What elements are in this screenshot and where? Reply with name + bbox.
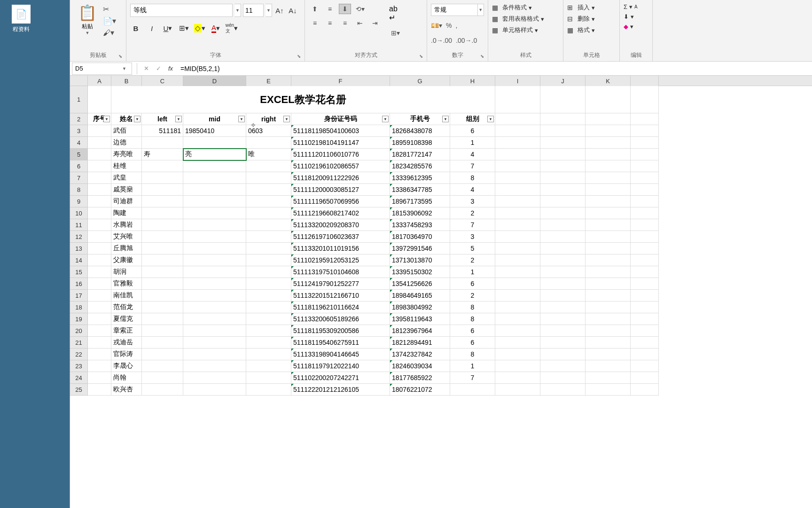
cell-B20[interactable]: 章索正 (111, 325, 142, 337)
clear-button[interactable]: ◆ ▾ (624, 22, 648, 32)
cell-23[interactable] (631, 360, 659, 372)
cell-G21[interactable]: 18212894491 (390, 337, 450, 349)
cell-H17[interactable]: 2 (450, 290, 495, 302)
cell-C23[interactable] (142, 360, 183, 372)
cell-K6[interactable] (586, 160, 631, 172)
cell-D18[interactable] (183, 302, 246, 313)
filter-dropdown-F[interactable]: ▼ (382, 116, 389, 122)
cell-C25[interactable] (142, 384, 183, 396)
cell-E13[interactable] (246, 243, 291, 254)
cell-I12[interactable] (495, 231, 540, 243)
cell-G4[interactable]: 18959108398 (390, 137, 450, 149)
cell-J6[interactable] (540, 160, 586, 172)
row-header-18[interactable]: 18 (70, 302, 88, 313)
cell-I14[interactable] (495, 254, 540, 266)
cell-D12[interactable] (183, 231, 246, 243)
name-box[interactable]: D5 ▼ (72, 63, 132, 75)
cell-H6[interactable]: 7 (450, 160, 495, 172)
cell-H16[interactable]: 6 (450, 278, 495, 290)
cell-H11[interactable]: 7 (450, 219, 495, 231)
cell-E24[interactable] (246, 372, 291, 384)
cell-B4[interactable]: 边德 (111, 137, 142, 149)
cell-J12[interactable] (540, 231, 586, 243)
cell-F23[interactable]: 511181197912022140 (291, 360, 390, 372)
cell-I8[interactable] (495, 184, 540, 196)
paste-button[interactable]: 📋 粘贴 ▼ (74, 2, 101, 37)
row-header-10[interactable]: 10 (70, 207, 88, 219)
cell-K20[interactable] (586, 325, 631, 337)
decrease-decimal-icon[interactable]: .00→.0 (456, 37, 477, 44)
cell-21[interactable] (631, 337, 659, 349)
cell-E16[interactable] (246, 278, 291, 290)
cell-J3[interactable] (540, 125, 586, 137)
cell-3[interactable] (631, 125, 659, 137)
cell-12[interactable] (631, 231, 659, 243)
fill-button[interactable]: ⬇ ▾ (624, 12, 648, 22)
cut-icon[interactable]: ✂ (103, 5, 116, 14)
cell-H8[interactable]: 4 (450, 184, 495, 196)
cell-B17[interactable]: 南佳凯 (111, 290, 142, 302)
cell-E7[interactable] (246, 172, 291, 184)
cell-J19[interactable] (540, 313, 586, 325)
filter-dropdown-B[interactable]: ▼ (134, 116, 141, 122)
cells-grid[interactable]: ✧ EXCEL教学花名册序号▼姓名▼left▼mid▼right▼身份证号码▼手… (88, 86, 659, 396)
cell-B10[interactable]: 陶建 (111, 207, 142, 219)
cell-G9[interactable]: 18967173595 (390, 196, 450, 207)
number-format-dropdown[interactable]: ▼ (478, 4, 484, 16)
cell-C7[interactable] (142, 172, 183, 184)
cell-G3[interactable]: 18268438078 (390, 125, 450, 137)
cell-A18[interactable] (88, 302, 111, 313)
cell-K22[interactable] (586, 349, 631, 360)
cell-I5[interactable] (495, 149, 540, 160)
row-header-7[interactable]: 7 (70, 172, 88, 184)
cell-F17[interactable]: 511132201512166710 (291, 290, 390, 302)
cell-G18[interactable]: 18983804992 (390, 302, 450, 313)
cell-6[interactable] (631, 160, 659, 172)
row-header-16[interactable]: 16 (70, 278, 88, 290)
number-format-select[interactable]: 常规 (431, 4, 478, 16)
cell-14[interactable] (631, 254, 659, 266)
cell-D25[interactable] (183, 384, 246, 396)
cell-B19[interactable]: 夏儒克 (111, 313, 142, 325)
bold-button[interactable]: B (130, 23, 141, 34)
cell-E5[interactable]: 唯 (246, 149, 291, 160)
cell-K14[interactable] (586, 254, 631, 266)
select-all-corner[interactable] (70, 76, 88, 86)
row-header-23[interactable]: 23 (70, 360, 88, 372)
row-header-24[interactable]: 24 (70, 372, 88, 384)
cell-K7[interactable] (586, 172, 631, 184)
cell-K24[interactable] (586, 372, 631, 384)
cell-B9[interactable]: 司迪群 (111, 196, 142, 207)
font-name-dropdown[interactable]: ▼ (234, 4, 241, 17)
cell-G22[interactable]: 13742327842 (390, 349, 450, 360)
cell-A13[interactable] (88, 243, 111, 254)
cell-J25[interactable] (540, 384, 586, 396)
cell-E23[interactable] (246, 360, 291, 372)
cell-J22[interactable] (540, 349, 586, 360)
cell-J24[interactable] (540, 372, 586, 384)
col-header-J[interactable]: J (540, 76, 586, 86)
cell-K25[interactable] (586, 384, 631, 396)
cell-C9[interactable] (142, 196, 183, 207)
row-header-25[interactable]: 25 (70, 384, 88, 396)
underline-button[interactable]: U▾ (162, 23, 173, 34)
cell-K18[interactable] (586, 302, 631, 313)
cell-B5[interactable]: 寿亮唯 (111, 149, 142, 160)
align-bottom-icon[interactable]: ⬇ (339, 4, 351, 14)
cell-H5[interactable]: 4 (450, 149, 495, 160)
clipboard-launcher[interactable]: ⬊ (118, 54, 124, 59)
col-header-D[interactable]: D (183, 76, 246, 86)
cell-H4[interactable]: 1 (450, 137, 495, 149)
font-color-button[interactable]: A▾ (210, 23, 221, 34)
cell-A19[interactable] (88, 313, 111, 325)
cell-A11[interactable] (88, 219, 111, 231)
filter-dropdown-E[interactable]: ▼ (283, 116, 290, 122)
filter-dropdown-H[interactable]: ▼ (487, 116, 494, 122)
cell-G17[interactable]: 18984649165 (390, 290, 450, 302)
copy-icon[interactable]: 📄▾ (103, 16, 116, 25)
cell-5[interactable] (631, 149, 659, 160)
cell-K9[interactable] (586, 196, 631, 207)
font-size-dropdown[interactable]: ▼ (265, 4, 272, 17)
cell-A7[interactable] (88, 172, 111, 184)
cell-H21[interactable]: 6 (450, 337, 495, 349)
